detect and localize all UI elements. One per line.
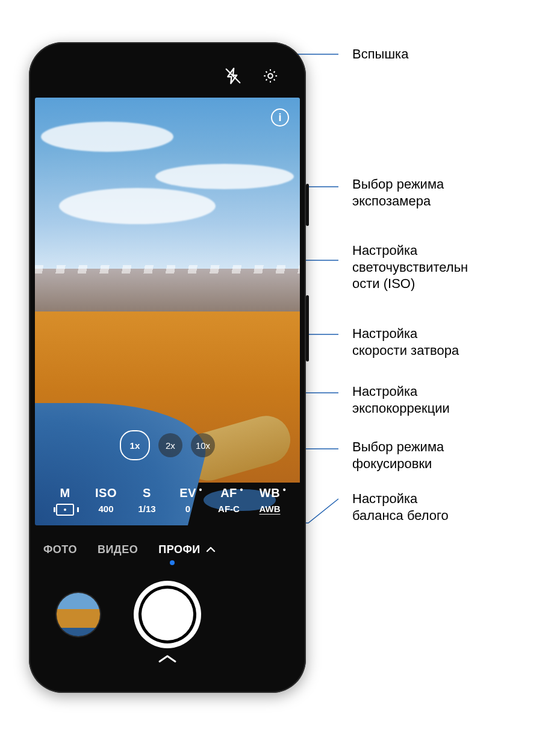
pro-iso[interactable]: ISO 400	[86, 486, 126, 516]
shutter-button[interactable]	[138, 586, 196, 643]
pro-metering-label: M	[60, 486, 70, 500]
svg-point-8	[268, 74, 272, 78]
camera-bottom-bar	[29, 572, 306, 669]
chevron-up-icon	[206, 543, 216, 556]
pro-af[interactable]: AF AF-C	[208, 486, 249, 516]
pro-shutter-value: 1/13	[138, 504, 155, 514]
pro-wb[interactable]: WB AWB	[249, 486, 290, 516]
mode-photo[interactable]: ФОТО	[43, 543, 77, 556]
camera-mode-bar: ФОТО ВИДЕО ПРОФИ	[29, 531, 306, 568]
mode-pro-label: ПРОФИ	[158, 543, 201, 555]
callout-iso: Настройка светочувствительн ости (ISO)	[352, 242, 468, 292]
zoom-1x[interactable]: 1x	[120, 430, 150, 460]
info-icon[interactable]: i	[271, 108, 289, 127]
callout-focus: Выбор режима фокусировки	[352, 439, 444, 472]
flash-off-icon[interactable]	[223, 66, 243, 86]
zoom-10x[interactable]: 10x	[191, 433, 215, 457]
callout-ev: Настройка экспокоррекции	[352, 383, 450, 416]
camera-viewfinder: i 1x 2x 10x M ISO 400 S 1/13	[35, 98, 300, 525]
diagram-stage: Вспышка Выбор режима экспозамера Настрой…	[0, 0, 560, 729]
metering-mode-icon	[56, 504, 74, 516]
pro-iso-value: 400	[98, 504, 113, 514]
pro-af-label: AF	[220, 486, 237, 500]
gallery-thumbnail[interactable]	[57, 593, 100, 636]
zoom-2x[interactable]: 2x	[158, 433, 182, 457]
camera-top-bar	[29, 58, 306, 94]
phone-frame: i 1x 2x 10x M ISO 400 S 1/13	[29, 42, 306, 693]
pro-ev-label: EV	[179, 486, 196, 500]
pro-wb-label: WB	[260, 486, 280, 500]
zoom-selector: 1x 2x 10x	[35, 430, 300, 460]
pro-wb-value: AWB	[260, 504, 281, 514]
pro-shutter[interactable]: S 1/13	[126, 486, 167, 516]
pro-controls-row: M ISO 400 S 1/13 EV 0 AF AF-C	[35, 486, 300, 516]
callout-metering: Выбор режима экспозамера	[352, 176, 444, 209]
callout-shutter: Настройка скорости затвора	[352, 325, 459, 358]
callout-wb: Настройка баланса белого	[352, 490, 449, 524]
pro-ev-value: 0	[185, 504, 190, 514]
gear-icon[interactable]	[260, 66, 281, 86]
callout-flash: Вспышка	[352, 46, 408, 63]
mode-pro[interactable]: ПРОФИ	[158, 543, 216, 556]
mode-indicator-dot	[170, 560, 175, 565]
pro-af-value: AF-C	[218, 504, 240, 514]
pro-ev[interactable]: EV 0	[167, 486, 208, 516]
pro-shutter-label: S	[143, 486, 151, 500]
chevron-up-icon[interactable]	[157, 652, 178, 668]
pro-metering[interactable]: M	[45, 486, 86, 516]
info-icon-glyph: i	[278, 111, 281, 124]
mode-video[interactable]: ВИДЕО	[98, 543, 138, 556]
pro-iso-label: ISO	[95, 486, 117, 500]
